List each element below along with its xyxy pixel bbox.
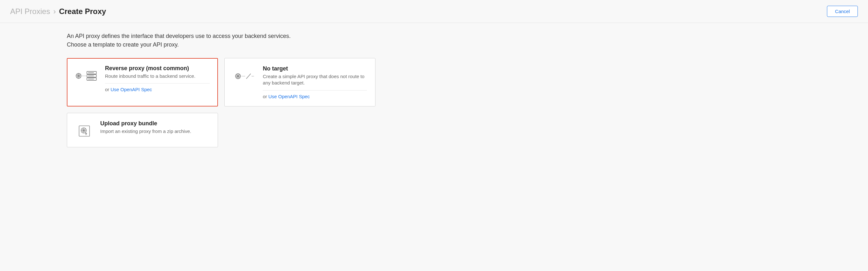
svg-point-20: [253, 76, 253, 77]
svg-point-15: [242, 76, 243, 77]
intro-text: An API proxy defines the interface that …: [67, 32, 375, 49]
breadcrumb-current: Create Proxy: [59, 7, 106, 16]
svg-point-5: [85, 76, 86, 76]
svg-point-3: [83, 76, 83, 76]
intro-line2: Choose a template to create your API pro…: [67, 40, 375, 49]
card-alt-prefix: or: [105, 87, 111, 92]
card-desc: Route inbound traffic to a backend servi…: [105, 73, 210, 79]
breadcrumb-parent[interactable]: API Proxies: [10, 7, 50, 16]
svg-point-21: [254, 76, 254, 77]
card-upload-bundle[interactable]: Upload proxy bundle Import an existing p…: [67, 113, 218, 147]
reverse-proxy-icon: [75, 67, 98, 85]
card-no-target[interactable]: No target Create a simple API proxy that…: [224, 58, 375, 107]
svg-point-4: [84, 76, 84, 76]
card-title: No target: [263, 65, 367, 72]
card-desc: Import an existing proxy from a zip arch…: [100, 128, 209, 135]
breadcrumb: API Proxies › Create Proxy: [10, 7, 106, 16]
card-alt-prefix: or: [263, 94, 269, 99]
svg-line-18: [246, 74, 251, 79]
no-target-icon: [233, 67, 256, 85]
openapi-spec-link[interactable]: Use OpenAPI Spec: [269, 94, 310, 99]
svg-point-19: [252, 76, 252, 77]
upload-bundle-icon: [75, 122, 93, 140]
card-reverse-proxy[interactable]: Reverse proxy (most common) Route inboun…: [67, 58, 218, 107]
card-desc: Create a simple API proxy that does not …: [263, 73, 367, 86]
openapi-spec-link[interactable]: Use OpenAPI Spec: [111, 87, 152, 92]
intro-line1: An API proxy defines the interface that …: [67, 32, 375, 40]
chevron-right-icon: ›: [53, 7, 56, 16]
cancel-button[interactable]: Cancel: [827, 6, 858, 17]
svg-point-16: [243, 76, 244, 77]
svg-point-17: [244, 76, 245, 77]
card-title: Upload proxy bundle: [100, 120, 209, 127]
card-title: Reverse proxy (most common): [105, 65, 210, 72]
